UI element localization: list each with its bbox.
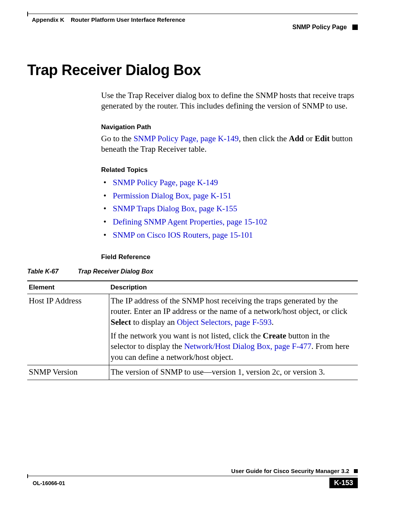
add-button-ref: Add	[289, 134, 304, 143]
footer-guide-title: User Guide for Cisco Security Manager 3.…	[231, 468, 349, 474]
link-snmp-policy-page[interactable]: SNMP Policy Page, page K-149	[133, 134, 238, 143]
field-reference-heading: Field Reference	[101, 253, 358, 261]
section-marker-icon	[352, 25, 358, 30]
table-title: Trap Receiver Dialog Box	[78, 268, 153, 275]
intro-paragraph: Use the Trap Receiver dialog box to defi…	[101, 90, 358, 112]
page-number: K-153	[329, 478, 358, 488]
select-button-ref: Select	[111, 317, 131, 327]
table-row: Host IP Address The IP address of the SN…	[27, 294, 358, 365]
field-reference-table: Element Description Host IP Address The …	[27, 280, 358, 380]
edit-button-ref: Edit	[315, 134, 330, 143]
link-related-1[interactable]: Permission Dialog Box, page K-151	[113, 191, 231, 200]
col-description: Description	[109, 281, 358, 294]
link-object-selectors[interactable]: Object Selectors, page F-593	[177, 317, 272, 327]
link-related-0[interactable]: SNMP Policy Page, page K-149	[113, 178, 218, 187]
appendix-label: Appendix K	[32, 16, 64, 23]
related-topics-list: SNMP Policy Page, page K-149 Permission …	[113, 176, 358, 242]
cell-description: The version of SNMP to use—version 1, ve…	[109, 365, 358, 380]
link-network-host-dialog[interactable]: Network/Host Dialog Box, page F-477	[184, 342, 311, 351]
navigation-path-heading: Navigation Path	[101, 123, 358, 131]
table-number: Table K-67	[27, 268, 78, 275]
table-row: SNMP Version The version of SNMP to use—…	[27, 365, 358, 380]
cell-element: SNMP Version	[27, 365, 109, 380]
page-title: Trap Receiver Dialog Box	[27, 62, 358, 79]
chapter-title: Router Platform User Interface Reference	[71, 16, 185, 23]
create-button-ref: Create	[263, 331, 286, 340]
link-related-4[interactable]: SNMP on Cisco IOS Routers, page 15-101	[113, 230, 253, 240]
cell-element: Host IP Address	[27, 294, 109, 365]
table-caption: Table K-67Trap Receiver Dialog Box	[27, 268, 358, 275]
navigation-path-text: Go to the SNMP Policy Page, page K-149, …	[101, 133, 358, 155]
footer-doc-number: OL-16066-01	[27, 480, 65, 486]
col-element: Element	[27, 281, 109, 294]
footer-marker-icon	[354, 469, 358, 473]
related-topics-heading: Related Topics	[101, 166, 358, 174]
section-title: SNMP Policy Page	[292, 24, 347, 31]
cell-description: The IP address of the SNMP host receivin…	[109, 294, 358, 365]
link-related-3[interactable]: Defining SNMP Agent Properties, page 15-…	[113, 217, 267, 226]
running-header-left: Appendix K Router Platform User Interfac…	[27, 16, 185, 23]
link-related-2[interactable]: SNMP Traps Dialog Box, page K-155	[113, 204, 237, 213]
